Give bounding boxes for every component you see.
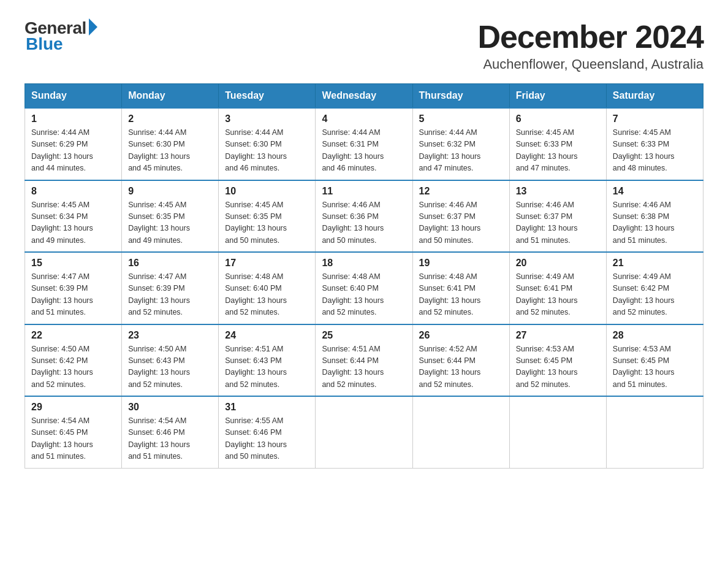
day-info: Sunrise: 4:45 AMSunset: 6:34 PMDaylight:… [31, 199, 115, 247]
calendar-cell [316, 396, 412, 468]
page-title: December 2024 [477, 18, 703, 55]
day-number: 13 [516, 186, 600, 197]
calendar-cell: 1Sunrise: 4:44 AMSunset: 6:29 PMDaylight… [25, 108, 122, 180]
day-number: 16 [128, 258, 212, 269]
calendar-cell: 8Sunrise: 4:45 AMSunset: 6:34 PMDaylight… [25, 180, 122, 253]
day-number: 20 [516, 258, 600, 269]
calendar-cell: 7Sunrise: 4:45 AMSunset: 6:33 PMDaylight… [606, 108, 703, 180]
day-number: 21 [613, 258, 697, 269]
day-number: 12 [419, 186, 503, 197]
calendar-table: SundayMondayTuesdayWednesdayThursdayFrid… [25, 83, 703, 469]
calendar-cell: 29Sunrise: 4:54 AMSunset: 6:45 PMDayligh… [25, 396, 122, 468]
day-info: Sunrise: 4:51 AMSunset: 6:43 PMDaylight:… [225, 343, 309, 391]
day-info: Sunrise: 4:53 AMSunset: 6:45 PMDaylight:… [516, 343, 600, 391]
day-info: Sunrise: 4:45 AMSunset: 6:35 PMDaylight:… [128, 199, 212, 247]
day-info: Sunrise: 4:44 AMSunset: 6:29 PMDaylight:… [31, 127, 115, 175]
calendar-cell: 10Sunrise: 4:45 AMSunset: 6:35 PMDayligh… [219, 180, 316, 253]
day-number: 19 [419, 258, 503, 269]
day-info: Sunrise: 4:46 AMSunset: 6:36 PMDaylight:… [322, 199, 406, 247]
day-info: Sunrise: 4:52 AMSunset: 6:44 PMDaylight:… [419, 343, 503, 391]
calendar-cell: 27Sunrise: 4:53 AMSunset: 6:45 PMDayligh… [509, 324, 606, 397]
calendar-week-row: 15Sunrise: 4:47 AMSunset: 6:39 PMDayligh… [25, 252, 703, 324]
calendar-cell: 23Sunrise: 4:50 AMSunset: 6:43 PMDayligh… [122, 324, 219, 397]
calendar-week-row: 29Sunrise: 4:54 AMSunset: 6:45 PMDayligh… [25, 396, 703, 468]
logo-blue-text: Blue [26, 34, 63, 54]
day-info: Sunrise: 4:45 AMSunset: 6:33 PMDaylight:… [613, 127, 697, 175]
day-info: Sunrise: 4:49 AMSunset: 6:42 PMDaylight:… [613, 271, 697, 319]
day-info: Sunrise: 4:47 AMSunset: 6:39 PMDaylight:… [128, 271, 212, 319]
day-number: 4 [322, 113, 406, 124]
day-info: Sunrise: 4:50 AMSunset: 6:43 PMDaylight:… [128, 343, 212, 391]
day-number: 5 [419, 113, 503, 124]
day-number: 24 [225, 330, 309, 341]
day-number: 11 [322, 186, 406, 197]
calendar-cell: 17Sunrise: 4:48 AMSunset: 6:40 PMDayligh… [219, 252, 316, 324]
day-number: 10 [225, 186, 309, 197]
day-info: Sunrise: 4:44 AMSunset: 6:31 PMDaylight:… [322, 127, 406, 175]
day-info: Sunrise: 4:45 AMSunset: 6:35 PMDaylight:… [225, 199, 309, 247]
day-number: 9 [128, 186, 212, 197]
day-number: 2 [128, 113, 212, 124]
calendar-week-row: 22Sunrise: 4:50 AMSunset: 6:42 PMDayligh… [25, 324, 703, 397]
calendar-cell [606, 396, 703, 468]
calendar-week-row: 8Sunrise: 4:45 AMSunset: 6:34 PMDaylight… [25, 180, 703, 253]
day-number: 31 [225, 402, 309, 413]
calendar-cell: 18Sunrise: 4:48 AMSunset: 6:40 PMDayligh… [316, 252, 412, 324]
day-number: 15 [31, 258, 115, 269]
calendar-header-row: SundayMondayTuesdayWednesdayThursdayFrid… [25, 84, 703, 109]
day-info: Sunrise: 4:48 AMSunset: 6:40 PMDaylight:… [225, 271, 309, 319]
day-number: 18 [322, 258, 406, 269]
calendar-cell: 30Sunrise: 4:54 AMSunset: 6:46 PMDayligh… [122, 396, 219, 468]
day-info: Sunrise: 4:54 AMSunset: 6:46 PMDaylight:… [128, 415, 212, 463]
calendar-cell: 9Sunrise: 4:45 AMSunset: 6:35 PMDaylight… [122, 180, 219, 253]
title-block: December 2024 Auchenflower, Queensland, … [477, 18, 703, 72]
day-number: 1 [31, 113, 115, 124]
calendar-header-wednesday: Wednesday [316, 84, 412, 109]
calendar-cell: 20Sunrise: 4:49 AMSunset: 6:41 PMDayligh… [509, 252, 606, 324]
calendar-cell: 14Sunrise: 4:46 AMSunset: 6:38 PMDayligh… [606, 180, 703, 253]
calendar-cell: 31Sunrise: 4:55 AMSunset: 6:46 PMDayligh… [219, 396, 316, 468]
calendar-cell: 2Sunrise: 4:44 AMSunset: 6:30 PMDaylight… [122, 108, 219, 180]
calendar-header-thursday: Thursday [412, 84, 509, 109]
calendar-cell: 6Sunrise: 4:45 AMSunset: 6:33 PMDaylight… [509, 108, 606, 180]
day-number: 26 [419, 330, 503, 341]
calendar-cell: 28Sunrise: 4:53 AMSunset: 6:45 PMDayligh… [606, 324, 703, 397]
day-number: 22 [31, 330, 115, 341]
day-info: Sunrise: 4:47 AMSunset: 6:39 PMDaylight:… [31, 271, 115, 319]
calendar-header-sunday: Sunday [25, 84, 122, 109]
calendar-cell: 5Sunrise: 4:44 AMSunset: 6:32 PMDaylight… [412, 108, 509, 180]
calendar-week-row: 1Sunrise: 4:44 AMSunset: 6:29 PMDaylight… [25, 108, 703, 180]
calendar-cell: 26Sunrise: 4:52 AMSunset: 6:44 PMDayligh… [412, 324, 509, 397]
day-info: Sunrise: 4:54 AMSunset: 6:45 PMDaylight:… [31, 415, 115, 463]
calendar-cell: 11Sunrise: 4:46 AMSunset: 6:36 PMDayligh… [316, 180, 412, 253]
day-info: Sunrise: 4:48 AMSunset: 6:41 PMDaylight:… [419, 271, 503, 319]
day-info: Sunrise: 4:46 AMSunset: 6:37 PMDaylight:… [516, 199, 600, 247]
calendar-cell: 4Sunrise: 4:44 AMSunset: 6:31 PMDaylight… [316, 108, 412, 180]
day-number: 28 [613, 330, 697, 341]
calendar-cell: 15Sunrise: 4:47 AMSunset: 6:39 PMDayligh… [25, 252, 122, 324]
day-info: Sunrise: 4:46 AMSunset: 6:37 PMDaylight:… [419, 199, 503, 247]
day-info: Sunrise: 4:51 AMSunset: 6:44 PMDaylight:… [322, 343, 406, 391]
day-number: 17 [225, 258, 309, 269]
calendar-header-monday: Monday [122, 84, 219, 109]
day-info: Sunrise: 4:49 AMSunset: 6:41 PMDaylight:… [516, 271, 600, 319]
day-number: 30 [128, 402, 212, 413]
day-info: Sunrise: 4:44 AMSunset: 6:30 PMDaylight:… [225, 127, 309, 175]
day-number: 29 [31, 402, 115, 413]
day-number: 27 [516, 330, 600, 341]
calendar-header-saturday: Saturday [606, 84, 703, 109]
calendar-cell: 12Sunrise: 4:46 AMSunset: 6:37 PMDayligh… [412, 180, 509, 253]
calendar-cell: 24Sunrise: 4:51 AMSunset: 6:43 PMDayligh… [219, 324, 316, 397]
day-number: 25 [322, 330, 406, 341]
day-info: Sunrise: 4:53 AMSunset: 6:45 PMDaylight:… [613, 343, 697, 391]
day-number: 7 [613, 113, 697, 124]
calendar-cell [412, 396, 509, 468]
day-info: Sunrise: 4:55 AMSunset: 6:46 PMDaylight:… [225, 415, 309, 463]
logo-arrow-icon [89, 18, 97, 36]
day-info: Sunrise: 4:50 AMSunset: 6:42 PMDaylight:… [31, 343, 115, 391]
day-number: 3 [225, 113, 309, 124]
calendar-header-friday: Friday [509, 84, 606, 109]
page-subtitle: Auchenflower, Queensland, Australia [477, 56, 703, 72]
calendar-cell: 13Sunrise: 4:46 AMSunset: 6:37 PMDayligh… [509, 180, 606, 253]
day-number: 6 [516, 113, 600, 124]
